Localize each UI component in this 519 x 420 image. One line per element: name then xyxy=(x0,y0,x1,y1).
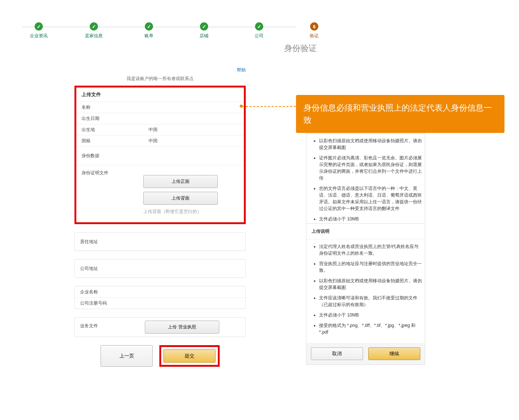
residence-label: 居住地址 xyxy=(75,236,142,247)
owner-declaration: 我是该账户的唯一所有者或联系点 xyxy=(74,76,246,82)
table-row: 出生日期 xyxy=(76,113,244,124)
id-data-label: 身份数据 xyxy=(76,150,143,161)
nationality-value: 中国 xyxy=(143,136,244,146)
instruction-list: 法定代理人姓名或营业执照上的主管/代表姓名应与身份证明文件上的姓名一致。 营业执… xyxy=(314,243,423,335)
list-item: 证件图片必须为高清、彩色且一览无余。图片必须展示完整的证件页面，或者如果为居民身… xyxy=(319,155,423,181)
main-form: 帮助 我是该账户的唯一所有者或联系点 上传文件 名称 出生日期 出生地中国 国籍… xyxy=(74,45,246,367)
step-number: 6 xyxy=(310,22,318,31)
list-item: 以彩色扫描原始文档或使用移动设备拍摄照片。请勿提交屏幕截图 xyxy=(319,137,423,151)
id-doc-label: 身份证明文件 xyxy=(76,168,143,178)
help-link[interactable]: 帮助 xyxy=(74,67,246,73)
company-address-section: 公司地址 xyxy=(74,259,246,278)
nav-buttons: 上一页 提交 xyxy=(74,345,246,367)
continue-button[interactable]: 继续 xyxy=(368,347,420,360)
dob-label: 出生日期 xyxy=(76,113,143,124)
list-item: 营业执照上的地址应与注册时提供的营业地址完全一致。 xyxy=(319,260,423,274)
company-reg-label: 公司注册号码 xyxy=(75,298,142,309)
step-seller-info: 卖家信息 xyxy=(66,22,121,39)
company-address-label: 公司地址 xyxy=(75,263,142,274)
table-row: 国籍中国 xyxy=(76,135,244,146)
check-icon xyxy=(90,22,98,31)
list-item: 以彩色扫描原始文档或使用移动设备拍摄照片。请勿提交屏幕截图 xyxy=(319,277,423,291)
check-icon xyxy=(145,22,153,31)
instructions-panel-2: 上传说明 法定代理人姓名或营业执照上的主管/代表姓名应与身份证明文件上的姓名一致… xyxy=(306,223,425,365)
table-row: 身份证明文件 上传正面 上传背面 上传背面（即使它是空白的） xyxy=(76,165,244,222)
annotation-callout: 身份信息必须和营业执照上的法定代表人身份信息一致 xyxy=(296,95,504,133)
upload-front-button[interactable]: 上传正面 xyxy=(143,175,218,188)
table-row: 名称 xyxy=(76,102,244,113)
submit-button[interactable]: 提交 xyxy=(163,349,216,363)
table-row: 出生地中国 xyxy=(76,124,244,135)
step-label: 账单 xyxy=(121,33,176,39)
step-store: 店铺 xyxy=(176,22,232,39)
list-item: 文件应该清晰可读和有效。我们不接受过期的文件（已超过标示的有效期） xyxy=(319,295,423,308)
panel-title: 上传说明 xyxy=(306,224,425,239)
check-icon xyxy=(35,22,43,31)
list-item: 法定代理人姓名或营业执照上的主管/代表姓名应与身份证明文件上的姓名一致。 xyxy=(319,243,423,257)
nationality-label: 国籍 xyxy=(76,136,143,146)
residence-section: 居住地址 xyxy=(74,232,246,251)
list-item: 接受的格式为 *.png、*.tiff、*.tif、*.jpg、*.jpeg 和… xyxy=(319,322,423,335)
step-label: 验证 xyxy=(287,33,342,39)
step-company-info: 企业资讯 xyxy=(11,22,66,39)
birthplace-value: 中国 xyxy=(143,124,244,135)
list-item: 您的文件语言必须是以下语言中的一种：中文、英语、法语、德语、意大利语、日语、葡萄… xyxy=(319,185,423,212)
upload-section-title: 上传文件 xyxy=(76,88,244,102)
step-label: 卖家信息 xyxy=(66,33,121,39)
business-doc-label: 业务文件 xyxy=(75,318,142,331)
name-label: 名称 xyxy=(76,102,143,113)
table-row: 身份数据 xyxy=(76,146,244,165)
progress-stepper: 企业资讯 卖家信息 账单 店铺 公司 6 验证 xyxy=(0,0,519,39)
prev-button[interactable]: 上一页 xyxy=(101,345,153,367)
company-name-section: 企业名称 公司注册号码 xyxy=(74,286,246,309)
step-label: 公司 xyxy=(232,33,287,39)
upload-license-button[interactable]: 上传 营业执照 xyxy=(145,321,219,334)
callout-connector xyxy=(242,106,296,107)
company-name-label: 企业名称 xyxy=(75,287,142,298)
list-item: 文件必须小于 10MB xyxy=(319,312,423,318)
business-doc-section: 业务文件 上传 营业执照 xyxy=(74,317,246,337)
step-verify: 6 验证 xyxy=(287,22,342,39)
step-label: 企业资讯 xyxy=(11,33,66,39)
check-icon xyxy=(255,22,263,31)
list-item: 文件必须小于 10MB xyxy=(319,216,423,222)
submit-highlight: 提交 xyxy=(159,345,220,367)
step-billing: 账单 xyxy=(121,22,176,39)
step-label: 店铺 xyxy=(176,33,232,39)
cancel-button[interactable]: 取消 xyxy=(311,347,363,360)
upload-back-hint: 上传背面（即使它是空白的） xyxy=(143,209,218,219)
step-company: 公司 xyxy=(232,22,287,39)
birthplace-label: 出生地 xyxy=(76,124,143,135)
upload-back-button[interactable]: 上传背面 xyxy=(143,192,218,205)
check-icon xyxy=(200,22,208,31)
highlight-box: 上传文件 名称 出生日期 出生地中国 国籍中国 身份数据 身份证明文件 上传正面… xyxy=(74,86,246,224)
